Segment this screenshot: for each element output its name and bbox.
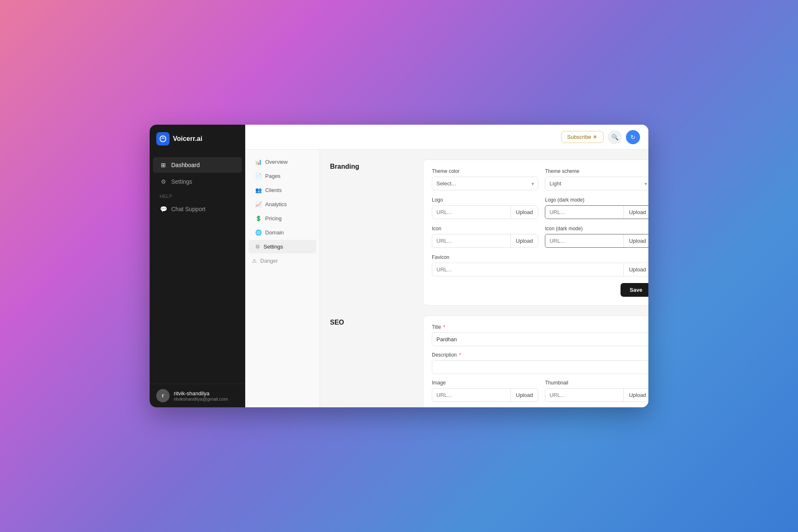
danger-icon: ⚠ (252, 258, 257, 264)
logo-input-wrapper: Upload (432, 205, 538, 219)
seo-card: Title * Description * (423, 315, 648, 407)
logo-dark-label: Logo (dark mode) (545, 197, 648, 203)
sub-sidebar-label: Analytics (265, 201, 287, 207)
user-name: ritvik-shandilya (174, 390, 228, 397)
sub-sidebar-label: Pricing (265, 215, 282, 222)
topbar: Subscribe ✳ 🔍 ↻ (245, 125, 648, 150)
app-window: Voicerr.ai ⊞ Dashboard ⚙ Settings HELP 💬… (150, 125, 648, 407)
user-avatar-button[interactable]: ↻ (626, 130, 640, 144)
seo-title-col: SEO (330, 315, 413, 407)
sidebar-footer: r ritvik-shandilya ritvikshandilya@gmail… (150, 384, 245, 407)
avatar: r (156, 389, 170, 402)
content-wrapper: 📊 Overview 📄 Pages 👥 Clients 📈 Analytics… (245, 150, 648, 407)
icon-dark-input-wrapper: Upload (545, 234, 648, 248)
sub-sidebar-label: Overview (265, 159, 288, 165)
seo-image-row: Image Upload Thumbnail Upload (432, 380, 648, 402)
sub-sidebar-item-danger[interactable]: ⚠ Danger (245, 254, 320, 268)
user-info: ritvik-shandilya ritvikshandilya@gmail.c… (174, 390, 228, 401)
seo-title-input[interactable] (432, 332, 648, 346)
icon-input-wrapper: Upload (432, 234, 538, 248)
branding-save-row: Save (432, 283, 648, 297)
sub-sidebar-label: Pages (265, 173, 281, 179)
sub-sidebar-label: Domain (265, 229, 284, 236)
sub-sidebar: 📊 Overview 📄 Pages 👥 Clients 📈 Analytics… (245, 150, 320, 407)
pricing-icon: 💲 (255, 215, 262, 222)
sidebar-item-chat-support[interactable]: 💬 Chat Support (153, 201, 242, 217)
sidebar-item-label: Dashboard (171, 162, 200, 168)
seo-description-input[interactable] (432, 360, 648, 374)
help-label: HELP (150, 190, 245, 200)
search-icon: 🔍 (611, 134, 618, 140)
user-email: ritvikshandilya@gmail.com (174, 397, 228, 401)
seo-description-group: Description * (432, 352, 648, 374)
theme-color-select-wrapper[interactable]: Select... ▾ (432, 177, 538, 190)
overview-icon: 📊 (255, 159, 262, 165)
logo-dark-input[interactable] (545, 206, 623, 219)
logo-input[interactable] (432, 206, 510, 219)
theme-color-select[interactable]: Select... (432, 177, 538, 190)
seo-thumbnail-upload-button[interactable]: Upload (623, 389, 648, 401)
seo-section: SEO Title * (330, 315, 638, 407)
seo-thumbnail-group: Thumbnail Upload (545, 380, 648, 402)
seo-thumbnail-input[interactable] (545, 389, 623, 401)
icon-dark-label: Icon (dark mode) (545, 226, 648, 232)
search-button[interactable]: 🔍 (608, 130, 622, 144)
seo-thumbnail-label: Thumbnail (545, 380, 648, 386)
branding-title: Branding (330, 160, 413, 170)
branding-section: Branding Theme color Select... (330, 160, 638, 305)
sidebar-logo: Voicerr.ai (150, 125, 245, 153)
danger-label: Danger (260, 258, 278, 264)
icon-upload-button[interactable]: Upload (510, 234, 538, 247)
sub-sidebar-label: Clients (265, 187, 282, 193)
favicon-group: Favicon Upload (432, 254, 648, 276)
logo-dark-group: Logo (dark mode) Upload (545, 197, 648, 219)
sub-sidebar-item-pricing[interactable]: 💲 Pricing (249, 212, 316, 225)
favicon-input[interactable] (432, 263, 623, 276)
theme-scheme-select[interactable]: Light Dark (545, 177, 648, 190)
sub-sidebar-item-clients[interactable]: 👥 Clients (249, 183, 316, 197)
icon-label: Icon (432, 226, 538, 232)
icon-dark-upload-button[interactable]: Upload (623, 234, 648, 247)
favicon-upload-button[interactable]: Upload (623, 263, 648, 276)
logo-icon (156, 132, 170, 145)
sub-sidebar-item-analytics[interactable]: 📈 Analytics (249, 197, 316, 211)
logo-dark-upload-button[interactable]: Upload (623, 206, 648, 219)
logo-label: Logo (432, 197, 538, 203)
seo-thumbnail-input-wrapper: Upload (545, 388, 648, 402)
settings-icon: ⚙ (160, 178, 167, 185)
logo-text: Voicerr.ai (173, 135, 202, 143)
sidebar-nav: ⊞ Dashboard ⚙ Settings HELP 💬 Chat Suppo… (150, 153, 245, 384)
subscribe-button[interactable]: Subscribe ✳ (561, 131, 603, 143)
seo-image-upload-button[interactable]: Upload (510, 389, 538, 401)
svg-point-0 (160, 136, 166, 142)
seo-title-group: Title * (432, 324, 648, 346)
favicon-row: Favicon Upload (432, 254, 648, 276)
seo-image-label: Image (432, 380, 538, 386)
sidebar: Voicerr.ai ⊞ Dashboard ⚙ Settings HELP 💬… (150, 125, 245, 407)
icon-input[interactable] (432, 234, 510, 247)
seo-image-input[interactable] (432, 389, 510, 401)
theme-color-group: Theme color Select... ▾ (432, 168, 538, 190)
sub-sidebar-item-settings[interactable]: ⚙ Settings (249, 240, 316, 254)
sidebar-item-settings[interactable]: ⚙ Settings (153, 174, 242, 190)
settings-sub-icon: ⚙ (255, 244, 260, 250)
sidebar-item-label: Chat Support (171, 206, 206, 212)
avatar-icon: ↻ (631, 134, 635, 140)
branding-card: Theme color Select... ▾ Theme scheme (423, 160, 648, 305)
icon-row: Icon Upload Icon (dark mode) (432, 226, 648, 248)
logo-row: Logo Upload Logo (dark mode) (432, 197, 648, 219)
branding-save-button[interactable]: Save (621, 283, 648, 297)
theme-scheme-select-wrapper[interactable]: Light Dark ▾ (545, 177, 648, 190)
logo-upload-button[interactable]: Upload (510, 206, 538, 219)
sub-sidebar-item-overview[interactable]: 📊 Overview (249, 155, 316, 169)
domain-icon: 🌐 (255, 229, 262, 236)
dashboard-icon: ⊞ (160, 161, 167, 169)
icon-dark-input[interactable] (545, 234, 623, 247)
sub-sidebar-label: Settings (264, 244, 283, 250)
sub-sidebar-item-pages[interactable]: 📄 Pages (249, 169, 316, 183)
sub-sidebar-item-domain[interactable]: 🌐 Domain (249, 226, 316, 239)
seo-title-label: Title * (432, 324, 648, 330)
sidebar-item-dashboard[interactable]: ⊞ Dashboard (153, 157, 242, 173)
settings-panel: Branding Theme color Select... (320, 150, 648, 407)
favicon-input-wrapper: Upload (432, 263, 648, 276)
